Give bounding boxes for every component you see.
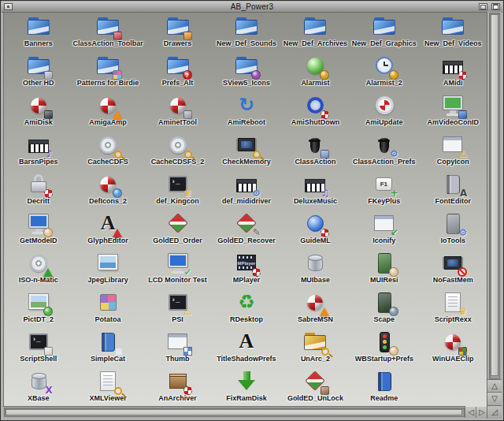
icon-iconify[interactable]: ↙Iconify [350, 212, 418, 251]
scroll-right-arrow-icon[interactable]: ▷ [476, 407, 487, 418]
icon-deluxemusic[interactable]: ♫DeluxeMusic [281, 173, 350, 212]
icon-jpeglibrary[interactable]: JpegLibrary [72, 251, 143, 291]
badge-sq-icon [44, 110, 53, 119]
icon-classaction[interactable]: ClassAction [281, 133, 350, 173]
icon-checkmemory[interactable]: CheckMemory [212, 133, 280, 173]
icon-simplecat[interactable]: ≡SimpleCat [72, 330, 143, 370]
icon-new-def-videos[interactable]: New_Def_Videos [419, 15, 487, 54]
icon-unarc-2[interactable]: UnArc_2 [281, 330, 350, 370]
icon-new-def-graphics[interactable]: New_Def_Graphics [350, 15, 418, 54]
vscroll-thumb[interactable] [491, 14, 498, 376]
scroll-left-arrow-icon[interactable]: ◁ [465, 407, 476, 418]
icon-new-def-archives[interactable]: New_Def_Archives [281, 15, 350, 54]
icon-classaction-prefs[interactable]: ⚙ClassAction_Prefs [350, 133, 418, 173]
vertical-scrollbar[interactable]: △ ▽ [487, 12, 502, 405]
terminal-icon: ›_⚠ [163, 291, 193, 315]
icon-winuaeclip[interactable]: WinUAEClip [419, 330, 487, 370]
hscroll-thumb[interactable] [6, 409, 462, 415]
icon-amireboot[interactable]: ↻AmiReboot [212, 94, 280, 133]
badge-tri-icon [113, 229, 122, 237]
icon-alarmist-2[interactable]: Alarmist_2 [350, 54, 418, 94]
icon-label: PSI [143, 315, 212, 323]
icon-getmodeid[interactable]: GetModeID [4, 212, 72, 251]
icon-def-kingcon[interactable]: ›_♛def_Kingcon [143, 173, 212, 212]
icon-readme[interactable]: Readme [350, 370, 418, 409]
depth-gadget-icon[interactable] [491, 3, 500, 10]
icon-prefs-alt[interactable]: ?Prefs_Alt [143, 54, 212, 94]
icon-muibase[interactable]: MUIbase [281, 251, 350, 291]
icon-sabremsn[interactable]: SabreMSN [281, 291, 350, 330]
icon-glypheditor[interactable]: AGlyphEditor [72, 212, 143, 251]
icon-label: AmiReboot [212, 118, 280, 126]
icon-iotools[interactable]: ⚙IoTools [419, 212, 487, 251]
icon-sview5-icons[interactable]: SView5_Icons [212, 54, 280, 94]
badge-dot-icon: ? [183, 70, 192, 80]
icon-drawers[interactable]: Drawers [143, 15, 212, 54]
icon-amidisk[interactable]: AmiDisk [4, 94, 72, 133]
icon-other-hd[interactable]: Other HD [4, 54, 72, 94]
globe-icon [300, 212, 330, 236]
icon-fonteditor[interactable]: AFontEditor [419, 173, 487, 212]
traffic-icon [369, 330, 399, 354]
icon-xbase[interactable]: XXBase [4, 370, 72, 409]
hscroll-track[interactable] [4, 408, 465, 417]
icon-psi[interactable]: ›_⚠PSI [143, 291, 212, 330]
icon-aminettool[interactable]: AminetTool [143, 94, 212, 133]
icon-amigaamp[interactable]: AmigaAmp [72, 94, 143, 133]
scroll-down-arrow-icon[interactable]: ▽ [487, 392, 502, 405]
icon-amidi[interactable]: AMidi [419, 54, 487, 94]
icon-nofastmem[interactable]: NoFastMem [419, 251, 487, 291]
icon-guideml[interactable]: GuideML [281, 212, 350, 251]
icon-amishutdown[interactable]: AmiShutDown [281, 94, 350, 133]
icon-scape[interactable]: Scape [350, 291, 418, 330]
icon-anarchiver[interactable]: AnArchiver [143, 370, 212, 409]
icon-rdesktop[interactable]: ♻RDesktop [212, 291, 280, 330]
icon-amiupdate[interactable]: AmiUpdate [350, 94, 418, 133]
icon-decritt[interactable]: Decritt [4, 173, 72, 212]
icon-classaction-toolbar[interactable]: ClassAction_Toolbar [72, 15, 143, 54]
icon-alarmist[interactable]: Alarmist [281, 54, 350, 94]
icon-cachecdfs[interactable]: CacheCDFS [72, 133, 143, 173]
badge-tri-icon [43, 268, 53, 277]
icon-label: SView5_Icons [212, 79, 280, 87]
icon-golded-unlock[interactable]: GoldED_UnLock [281, 370, 350, 409]
scroll-up-arrow-icon[interactable]: △ [487, 379, 502, 393]
icon-label: PictDT_2 [4, 315, 72, 323]
zoom-gadget-icon[interactable] [479, 3, 487, 10]
icon-barsnpipes[interactable]: ♪BarsnPipes [4, 133, 72, 173]
icon-fixramdisk[interactable]: FixRamDisk [212, 370, 280, 409]
icon-mplayer[interactable]: MPlayerMPlayer [212, 251, 280, 291]
icon-potatoa[interactable]: Potatoa [72, 291, 143, 330]
icon-copyicon[interactable]: ⚠CopyIcon [419, 133, 487, 173]
letter-icon: A [232, 330, 261, 354]
icon-label: Prefs_Alt [143, 79, 212, 87]
badge-text-icon: ✎ [253, 228, 261, 237]
folder-icon [24, 15, 54, 39]
icon-pictdt-2[interactable]: PictDT_2 [4, 291, 72, 330]
icon-deficons-2[interactable]: DefIcons_2 [72, 173, 143, 212]
icon-scriptshell[interactable]: ›_ScriptShell [4, 330, 72, 370]
icon-patterns-for-birdie[interactable]: Patterns for Birdie [72, 54, 143, 94]
icon-new-def-sounds[interactable]: New_Def_Sounds [212, 15, 280, 54]
resize-gadget-icon[interactable]: ◿ [487, 405, 502, 419]
icon-cachecdsfs-2[interactable]: CacheCDSFS_2 [143, 133, 212, 173]
icon-iso-n-matic[interactable]: ISO-n-Matic [4, 251, 72, 291]
icon-golded-order[interactable]: GoldED_Order [143, 212, 212, 251]
icon-fkeyplus[interactable]: F1+FKeyPlus [350, 173, 418, 212]
icon-thumb[interactable]: Thumb [143, 330, 212, 370]
icon-scriptrexx[interactable]: ♛ScriptRexx [419, 291, 487, 330]
icon-label: New_Def_Archives [281, 39, 350, 47]
icon-amvideoconid[interactable]: AmVideoConID [419, 94, 487, 133]
icon-titleshadowprefs[interactable]: ATitleShadowPrefs [212, 330, 280, 370]
icon-def-mididriver[interactable]: ⚙def_mididriver [212, 173, 280, 212]
horizontal-scrollbar[interactable] [3, 406, 465, 418]
folder-icon [300, 15, 330, 39]
icon-golded-recover[interactable]: ✎GoldED_Recover [212, 212, 280, 251]
vscroll-track[interactable] [489, 13, 500, 379]
icon-xmlviewer[interactable]: XMLViewer [72, 370, 143, 409]
icon-muiresi[interactable]: MUIResi [350, 251, 418, 291]
icon-wbstartup-prefs[interactable]: WBStartup+Prefs [350, 330, 418, 370]
icon-lcd-monitor-test[interactable]: ✓LCD Monitor Test [143, 251, 212, 291]
icon-banners[interactable]: Banners [4, 15, 72, 54]
title-bar[interactable]: AB_Power3 [2, 2, 502, 13]
